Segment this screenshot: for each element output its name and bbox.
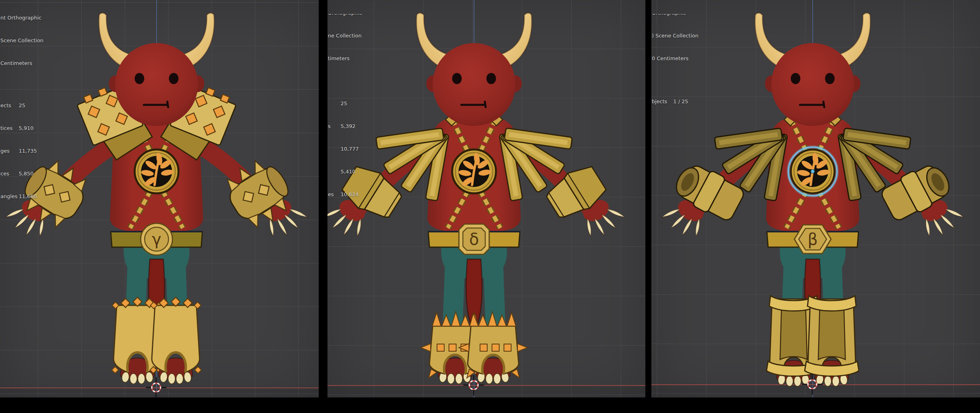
3d-cursor xyxy=(801,373,823,395)
viewport-2[interactable]: δ Orthographic ne Collection timeters 25… xyxy=(327,0,645,397)
viewport-1[interactable]: γ nt Orthographic Scene Collection Centi… xyxy=(0,0,319,397)
stats-faces: ces5,850 xyxy=(0,170,43,177)
character-model-variant-2[interactable]: δ xyxy=(327,0,633,397)
stats-triangles: angles11,660 xyxy=(0,193,43,200)
stats-vertices: s5,392 xyxy=(328,122,362,130)
stats-triangles: es10,624 xyxy=(328,191,362,198)
view-name-label-clipped: Orthographic xyxy=(652,14,698,17)
buckle-symbol: β xyxy=(808,230,818,248)
collection-label: Scene Collection xyxy=(0,37,43,44)
units-label: timeters xyxy=(328,55,362,62)
collection-label: ) Scene Collection xyxy=(652,32,698,39)
blender-viewport-montage: γ nt Orthographic Scene Collection Centi… xyxy=(0,0,980,413)
belt-buckle: β xyxy=(794,225,831,254)
character-model-variant-1[interactable]: γ xyxy=(0,0,316,397)
units-label: 0 Centimeters xyxy=(652,55,698,62)
spiked-boot-right xyxy=(459,312,527,384)
stats-objects: ects25 xyxy=(0,102,43,109)
stats-vertices: tices5,910 xyxy=(0,124,43,132)
stats-objects: 25 xyxy=(328,100,362,107)
character-model-variant-3[interactable]: β xyxy=(653,0,972,397)
3d-cursor xyxy=(145,376,167,397)
viewport-hud: Orthographic ) Scene Collection 0 Centim… xyxy=(652,0,698,120)
viewport-3[interactable]: β Orthographic ) Scene Collection 0 Cent… xyxy=(651,0,980,397)
3d-cursor xyxy=(463,374,485,396)
ribbed-greave-right xyxy=(805,296,859,386)
viewport-hud: nt Orthographic Scene Collection Centime… xyxy=(0,0,43,215)
view-name-label: nt Orthographic xyxy=(0,14,43,22)
buckle-symbol: δ xyxy=(469,230,479,248)
viewport-hud: Orthographic ne Collection timeters 25 s… xyxy=(328,0,362,213)
collection-label: ne Collection xyxy=(328,32,362,39)
stats-edges: ges11,735 xyxy=(0,147,43,155)
view-name-label-clipped: Orthographic xyxy=(328,14,362,17)
belt-buckle: δ xyxy=(459,224,489,254)
stats-objects: bjects1 / 25 xyxy=(652,98,698,105)
units-label: Centimeters xyxy=(0,59,43,67)
belt-buckle: γ xyxy=(141,223,172,255)
stats-faces: 5,410 xyxy=(328,168,362,175)
buckle-symbol: γ xyxy=(152,230,161,248)
stats-edges: 10,777 xyxy=(328,145,362,153)
